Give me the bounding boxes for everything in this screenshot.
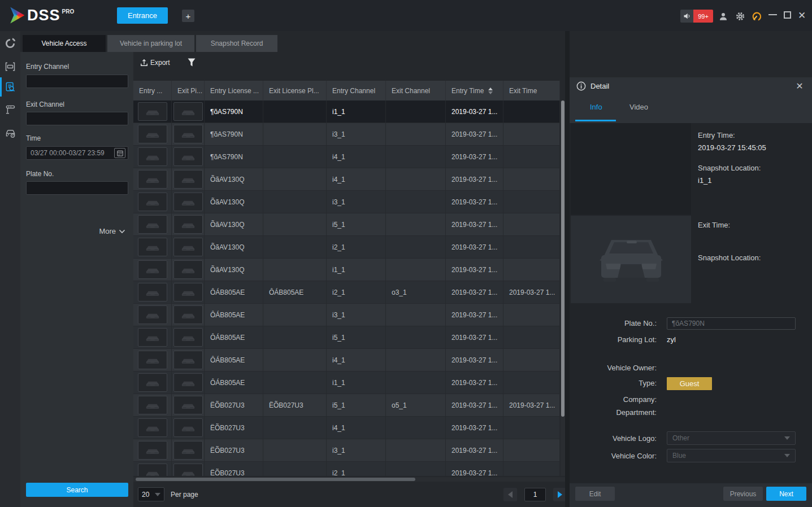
exit-snapshot-image[interactable] <box>571 216 691 303</box>
column-header[interactable]: Entry Time <box>446 81 503 100</box>
table-row[interactable]: ÔÁB805AEi3_12019-03-27 1... <box>133 304 560 326</box>
close-icon[interactable]: ✕ <box>797 10 807 21</box>
table-row[interactable]: ËÕB027U3i2_12019-03-27 1... <box>133 462 560 476</box>
performance-button[interactable] <box>751 11 762 22</box>
previous-button[interactable]: Previous <box>723 487 763 501</box>
exit-picture-thumbnail[interactable] <box>173 283 203 301</box>
entry-picture-thumbnail[interactable] <box>138 147 167 166</box>
tab-snapshot-record[interactable]: Snapshot Record <box>196 35 277 52</box>
exit-channel-input[interactable] <box>26 112 128 125</box>
entry-picture-thumbnail[interactable] <box>138 305 167 324</box>
exit-picture-thumbnail[interactable] <box>173 418 203 437</box>
table-row[interactable]: ÕãAV130Qi4_12019-03-27 1... <box>133 168 560 191</box>
exit-picture-thumbnail[interactable] <box>173 260 203 279</box>
horizontal-scrollbar-thumb[interactable] <box>136 478 415 481</box>
plate-no-input[interactable] <box>26 181 128 195</box>
exit-picture-thumbnail[interactable] <box>173 328 203 347</box>
entry-picture-thumbnail[interactable] <box>138 441 167 460</box>
filter-funnel-button[interactable] <box>187 58 196 69</box>
table-row[interactable]: ÕãAV130Qi5_12019-03-27 1... <box>133 213 560 236</box>
exit-picture-thumbnail[interactable] <box>173 238 203 256</box>
calendar-icon[interactable] <box>114 148 125 158</box>
maximize-icon[interactable] <box>784 11 791 19</box>
entry-channel-input[interactable] <box>26 75 128 88</box>
column-header[interactable]: Entry Channel <box>327 81 386 100</box>
table-row[interactable]: ¶õAS790Ni4_12019-03-27 1... <box>133 146 560 168</box>
column-header[interactable]: Exit Channel <box>386 81 446 100</box>
table-row[interactable]: ÔÁB805AEi1_12019-03-27 1... <box>133 371 560 394</box>
table-row[interactable]: ÔÁB805AEi4_12019-03-27 1... <box>133 349 560 371</box>
entry-picture-thumbnail[interactable] <box>138 260 167 279</box>
entry-picture-thumbnail[interactable] <box>138 418 167 437</box>
exit-picture-thumbnail[interactable] <box>173 215 203 234</box>
more-toggle[interactable]: More <box>99 227 125 235</box>
vehicle-logo-select[interactable]: Other <box>667 431 796 445</box>
search-button[interactable]: Search <box>26 483 128 497</box>
guest-type-badge[interactable]: Guest <box>667 377 712 390</box>
exit-picture-thumbnail[interactable] <box>173 464 203 476</box>
page-number-input[interactable] <box>524 488 546 501</box>
alarm-volume-button[interactable] <box>680 10 693 23</box>
column-header[interactable]: Exit Time <box>503 81 560 100</box>
exit-picture-thumbnail[interactable] <box>173 193 203 211</box>
exit-picture-thumbnail[interactable] <box>173 305 203 324</box>
sidebar-item-vehicle-management[interactable] <box>0 122 20 143</box>
entry-picture-thumbnail[interactable] <box>138 373 167 392</box>
table-row[interactable]: ÔÁB805AEÔÁB805AEi2_1o3_12019-03-27 1...2… <box>133 281 560 304</box>
alarm-count-badge[interactable]: 99+ <box>693 10 713 23</box>
exit-picture-thumbnail[interactable] <box>173 147 203 166</box>
add-workspace-button[interactable]: + <box>182 10 194 22</box>
table-row[interactable]: ¶õAS790Ni1_12019-03-27 1... <box>133 100 560 123</box>
user-button[interactable] <box>718 11 729 22</box>
next-button[interactable]: Next <box>766 487 806 501</box>
entry-snapshot-image[interactable] <box>571 123 691 215</box>
entry-picture-thumbnail[interactable] <box>138 125 167 143</box>
table-row[interactable]: ÕãAV130Qi3_12019-03-27 1... <box>133 191 560 213</box>
entry-picture-thumbnail[interactable] <box>138 102 167 121</box>
column-header[interactable]: Exit Pi... <box>172 81 205 100</box>
entry-picture-thumbnail[interactable] <box>138 215 167 234</box>
per-page-select[interactable]: 20 <box>138 487 164 501</box>
entry-picture-thumbnail[interactable] <box>138 396 167 414</box>
detail-close-icon[interactable]: ✕ <box>794 80 805 91</box>
edit-button[interactable]: Edit <box>575 487 615 501</box>
table-row[interactable]: ÕãAV130Qi2_12019-03-27 1... <box>133 236 560 259</box>
entry-picture-thumbnail[interactable] <box>138 328 167 347</box>
entry-picture-thumbnail[interactable] <box>138 464 167 476</box>
sidebar-item-record-search[interactable] <box>0 76 20 98</box>
table-row[interactable]: ÕãAV130Qi1_12019-03-27 1... <box>133 259 560 281</box>
vertical-scrollbar[interactable] <box>561 100 565 476</box>
minimize-icon[interactable] <box>768 14 777 15</box>
sort-icon[interactable] <box>488 88 493 94</box>
column-header[interactable]: Entry ... <box>133 81 172 100</box>
table-row[interactable]: ËÕB027U3i4_12019-03-27 1... <box>133 417 560 439</box>
exit-picture-thumbnail[interactable] <box>173 373 203 392</box>
exit-picture-thumbnail[interactable] <box>173 102 203 121</box>
entry-picture-thumbnail[interactable] <box>138 170 167 189</box>
exit-picture-thumbnail[interactable] <box>173 170 203 189</box>
vertical-scrollbar-thumb[interactable] <box>561 100 565 417</box>
vehicle-color-select[interactable]: Blue <box>667 449 796 462</box>
tab-vehicle-access[interactable]: Vehicle Access <box>23 35 106 52</box>
exit-picture-thumbnail[interactable] <box>173 396 203 414</box>
table-row[interactable]: ËÕB027U3i3_12019-03-27 1... <box>133 439 560 462</box>
exit-picture-thumbnail[interactable] <box>173 351 203 369</box>
horizontal-scrollbar[interactable] <box>133 477 565 482</box>
export-button[interactable]: Export <box>140 56 170 69</box>
exit-picture-thumbnail[interactable] <box>173 125 203 143</box>
detail-tab-video[interactable]: Video <box>629 103 648 111</box>
plate-no-detail-input[interactable] <box>667 317 796 330</box>
table-row[interactable]: ¶õAS790Ni3_12019-03-27 1... <box>133 123 560 146</box>
column-header[interactable]: Entry License ... <box>205 81 263 100</box>
entry-picture-thumbnail[interactable] <box>138 283 167 301</box>
detail-tab-info[interactable]: Info <box>590 103 602 111</box>
column-header[interactable]: Exit License Pl... <box>263 81 327 100</box>
sidebar-item-plate-recognition[interactable] <box>0 56 20 77</box>
exit-picture-thumbnail[interactable] <box>173 441 203 460</box>
entry-picture-thumbnail[interactable] <box>138 238 167 256</box>
table-row[interactable]: ÔÁB805AEi5_12019-03-27 1... <box>133 326 560 349</box>
sidebar-item-barrier-control[interactable] <box>0 99 20 120</box>
sidebar-item-statistics[interactable] <box>0 33 20 54</box>
tab-vehicle-in-parking-lot[interactable]: Vehicle in parking lot <box>107 35 194 52</box>
entry-picture-thumbnail[interactable] <box>138 193 167 211</box>
